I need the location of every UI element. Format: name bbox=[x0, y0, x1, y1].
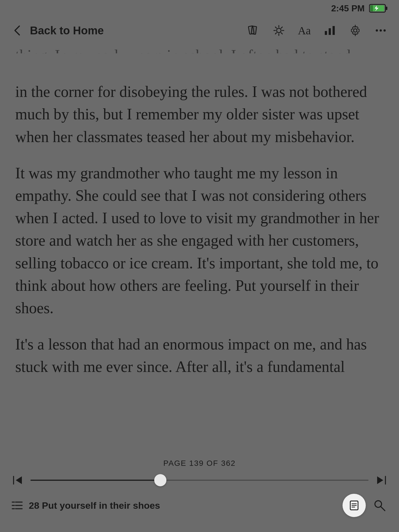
font-icon[interactable]: Aa bbox=[297, 23, 312, 38]
svg-rect-6 bbox=[251, 27, 256, 34]
svg-point-20 bbox=[376, 29, 378, 32]
chapter-title: 28 Put yourself in their shoes bbox=[29, 500, 160, 511]
svg-point-22 bbox=[383, 29, 386, 32]
svg-rect-1 bbox=[385, 7, 387, 10]
more-icon[interactable] bbox=[374, 23, 388, 38]
svg-line-12 bbox=[275, 27, 276, 28]
svg-rect-18 bbox=[333, 26, 335, 35]
back-label: Back to Home bbox=[30, 24, 104, 37]
battery-icon bbox=[369, 4, 388, 13]
svg-point-21 bbox=[380, 29, 382, 32]
page-text: PAGE 139 OF 362 bbox=[163, 459, 236, 467]
settings-icon[interactable] bbox=[348, 23, 362, 38]
svg-point-19 bbox=[354, 29, 357, 32]
progress-track[interactable] bbox=[30, 480, 369, 481]
svg-line-13 bbox=[281, 33, 282, 34]
nav-left: Back to Home bbox=[11, 24, 104, 37]
progress-fill bbox=[30, 480, 160, 481]
brightness-icon[interactable] bbox=[272, 23, 286, 38]
back-button[interactable] bbox=[11, 24, 24, 37]
paragraph-1: in the corner for disobeying the rules. … bbox=[15, 81, 384, 148]
progress-container bbox=[0, 471, 399, 490]
svg-rect-3 bbox=[370, 5, 373, 11]
chapter-info: 28 Put yourself in their shoes bbox=[11, 499, 160, 512]
last-page-button[interactable] bbox=[374, 473, 388, 487]
svg-line-14 bbox=[281, 27, 282, 28]
svg-line-36 bbox=[381, 507, 385, 511]
search-button[interactable] bbox=[371, 497, 388, 514]
note-button[interactable] bbox=[343, 494, 366, 517]
svg-line-15 bbox=[275, 33, 276, 34]
paragraph-2: It was my grandmother who taught me my l… bbox=[15, 162, 384, 319]
svg-rect-16 bbox=[325, 31, 327, 35]
page-indicator: PAGE 139 OF 362 bbox=[0, 454, 399, 468]
cards-icon[interactable] bbox=[246, 23, 261, 38]
bottom-right-icons bbox=[343, 494, 388, 517]
nav-bar: Back to Home bbox=[0, 17, 399, 44]
svg-rect-17 bbox=[329, 28, 331, 35]
nav-right: Aa bbox=[246, 23, 388, 38]
bottom-bar: 28 Put yourself in their shoes bbox=[0, 490, 399, 521]
stats-icon[interactable] bbox=[323, 23, 337, 38]
paragraph-3: It's a lesson that had an enormous impac… bbox=[15, 333, 384, 401]
first-page-button[interactable] bbox=[11, 473, 25, 487]
progress-thumb[interactable] bbox=[154, 474, 166, 486]
bottom-area: PAGE 139 OF 362 bbox=[0, 454, 399, 532]
svg-point-7 bbox=[277, 28, 281, 33]
toc-icon[interactable] bbox=[11, 499, 23, 512]
reading-area: thing. In my early years in school, I of… bbox=[0, 44, 399, 454]
status-bar: 2:45 PM bbox=[0, 0, 399, 17]
status-time: 2:45 PM bbox=[331, 3, 365, 14]
partial-top-line: thing. In my early years in school, I of… bbox=[15, 44, 384, 67]
